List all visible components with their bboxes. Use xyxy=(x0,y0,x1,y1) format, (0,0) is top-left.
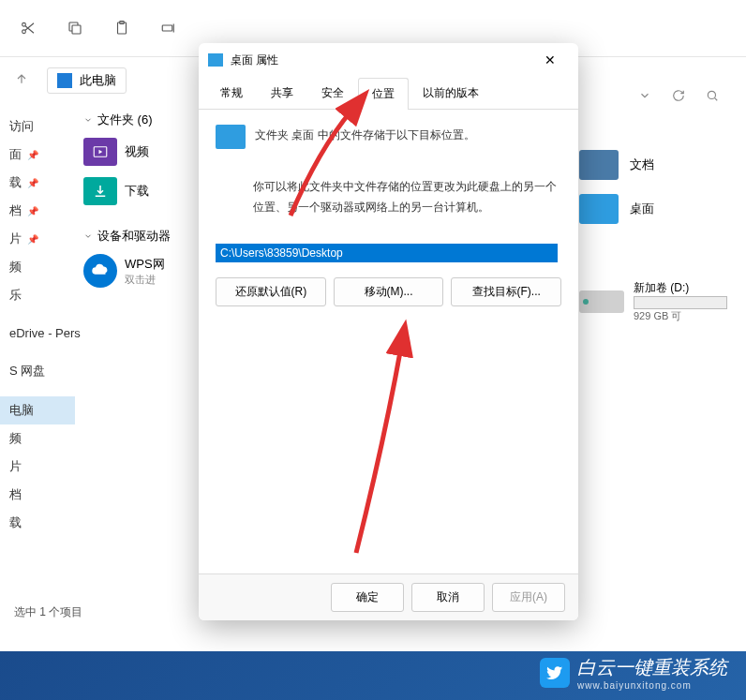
desktop-icon xyxy=(216,125,246,149)
svg-point-6 xyxy=(708,91,715,98)
properties-dialog: 桌面 属性 ✕ 常规 共享 安全 位置 以前的版本 文件夹 桌面 中的文件存储于… xyxy=(199,43,578,620)
tab-sharing[interactable]: 共享 xyxy=(257,77,307,109)
video-folder-icon xyxy=(83,138,117,166)
right-controls xyxy=(638,89,723,106)
folder-icon xyxy=(208,53,223,67)
sidebar: 访问 面📌 载📌 档📌 片📌 频 乐 eDrive - Pers S 网盘 电脑… xyxy=(0,103,75,681)
address-bar[interactable]: 此电脑 xyxy=(47,67,127,94)
restore-default-button[interactable]: 还原默认值(R) xyxy=(216,277,326,306)
description-text: 你可以将此文件夹中文件存储的位置更改为此硬盘上的另一个位置、另一个驱动器或网络上… xyxy=(253,177,561,217)
pin-icon: 📌 xyxy=(27,178,38,188)
drive-icon xyxy=(579,290,624,313)
dialog-title: 桌面 属性 xyxy=(231,52,531,68)
ok-button[interactable]: 确定 xyxy=(331,583,404,612)
tree-panel: 文件夹 (6) 视频 下载 设备和驱动器 WPS网 双击进 xyxy=(75,103,197,681)
watermark-text: 白云一键重装系统 xyxy=(577,655,727,680)
tab-security[interactable]: 安全 xyxy=(307,77,358,109)
tab-location[interactable]: 位置 xyxy=(358,78,409,110)
move-button[interactable]: 移动(M)... xyxy=(334,277,444,306)
tab-general[interactable]: 常规 xyxy=(206,77,257,109)
sidebar-item-wps[interactable]: S 网盘 xyxy=(0,357,75,385)
tab-previous[interactable]: 以前的版本 xyxy=(409,77,493,109)
watermark: 白云一键重装系统 www.baiyunxitong.com xyxy=(540,655,727,691)
chevron-down-icon xyxy=(83,230,93,244)
pin-icon: 📌 xyxy=(27,150,38,160)
sidebar-item-documents2[interactable]: 档 xyxy=(0,481,75,509)
chevron-down-icon xyxy=(83,113,93,127)
dropdown-icon[interactable] xyxy=(638,89,655,106)
pc-icon xyxy=(57,73,72,88)
search-icon[interactable] xyxy=(706,89,723,106)
watermark-url: www.baiyunxitong.com xyxy=(577,680,727,691)
svg-point-0 xyxy=(22,22,26,26)
sidebar-item-downloads[interactable]: 载📌 xyxy=(0,169,75,197)
cloud-icon xyxy=(83,254,117,288)
desktop-folder-icon xyxy=(579,194,619,224)
drive-usage-bar xyxy=(634,296,727,309)
cut-icon[interactable] xyxy=(19,19,37,37)
nav-up-icon[interactable] xyxy=(14,71,33,90)
download-folder-icon xyxy=(83,177,117,205)
address-text: 此电脑 xyxy=(80,72,116,89)
sidebar-item-quick[interactable]: 访问 xyxy=(0,112,75,141)
cancel-button[interactable]: 取消 xyxy=(411,583,485,612)
pin-icon: 📌 xyxy=(27,234,38,245)
right-pane: 文档 桌面 新加卷 (D:) 929 GB 可 xyxy=(579,150,727,323)
copy-icon[interactable] xyxy=(66,19,84,37)
tree-devices-header[interactable]: 设备和驱动器 xyxy=(80,224,192,248)
sidebar-item-thispc[interactable]: 电脑 xyxy=(0,396,75,424)
sidebar-item-videos[interactable]: 频 xyxy=(0,253,75,281)
wps-drive[interactable]: WPS网 双击进 xyxy=(80,248,192,293)
right-desktop[interactable]: 桌面 xyxy=(579,194,727,224)
sidebar-item-pictures[interactable]: 片📌 xyxy=(0,225,75,253)
watermark-icon xyxy=(540,658,570,688)
sidebar-item-onedrive[interactable]: eDrive - Pers xyxy=(0,320,75,346)
folder-videos[interactable]: 视频 xyxy=(80,132,192,171)
sidebar-item-downloads2[interactable]: 载 xyxy=(0,509,75,537)
paste-icon[interactable] xyxy=(112,19,131,37)
tree-folders-header[interactable]: 文件夹 (6) xyxy=(80,108,192,132)
sidebar-item-pictures2[interactable]: 片 xyxy=(0,453,75,481)
svg-rect-5 xyxy=(162,25,172,31)
svg-rect-2 xyxy=(72,25,81,34)
sidebar-item-videos2[interactable]: 频 xyxy=(0,424,75,453)
dialog-titlebar[interactable]: 桌面 属性 ✕ xyxy=(199,43,578,77)
find-target-button[interactable]: 查找目标(F)... xyxy=(451,277,561,306)
dialog-footer: 确定 取消 应用(A) xyxy=(199,573,578,620)
right-documents[interactable]: 文档 xyxy=(579,150,727,180)
rename-icon[interactable] xyxy=(159,19,178,37)
tab-strip: 常规 共享 安全 位置 以前的版本 xyxy=(199,77,578,110)
svg-point-1 xyxy=(22,30,26,34)
documents-folder-icon xyxy=(579,150,619,180)
folder-downloads[interactable]: 下载 xyxy=(80,171,192,211)
path-input[interactable]: C:\Users\83859\Desktop xyxy=(216,244,558,262)
apply-button[interactable]: 应用(A) xyxy=(492,583,565,612)
refresh-icon[interactable] xyxy=(672,89,689,106)
dialog-body: 文件夹 桌面 中的文件存储于以下目标位置。 你可以将此文件夹中文件存储的位置更改… xyxy=(199,110,578,573)
info-text: 文件夹 桌面 中的文件存储于以下目标位置。 xyxy=(255,125,475,144)
sidebar-item-music[interactable]: 乐 xyxy=(0,281,75,309)
drive-d[interactable]: 新加卷 (D:) 929 GB 可 xyxy=(579,280,727,323)
pin-icon: 📌 xyxy=(27,206,38,216)
sidebar-item-documents[interactable]: 档📌 xyxy=(0,197,75,225)
close-button[interactable]: ✕ xyxy=(531,46,569,74)
sidebar-item-desktop[interactable]: 面📌 xyxy=(0,141,75,169)
